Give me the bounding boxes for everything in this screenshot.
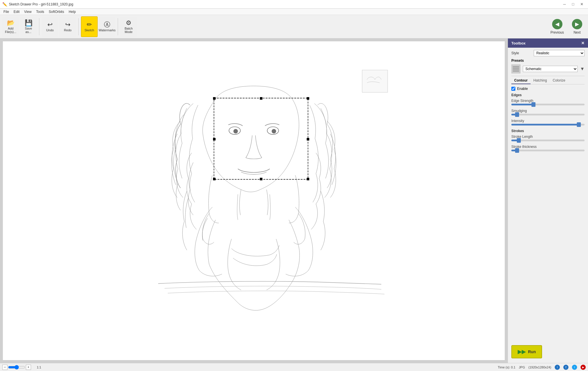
next-button[interactable]: ▶ Next [568,17,586,37]
toolbox-title: Toolbox [511,41,526,45]
time-label: Time (s): 0.1 [498,366,515,369]
tab-hatching[interactable]: Hatching [531,77,550,84]
smudging-label: Smudging [511,109,585,113]
info-button[interactable]: i [555,365,560,370]
strokes-title: Strokes [511,129,585,133]
add-files-label: AddFile(s)... [5,27,16,34]
social-button-1[interactable]: f [563,365,568,370]
stroke-length-thumb[interactable] [517,138,521,143]
sketch-button[interactable]: ✏ Sketch [81,16,98,37]
svg-rect-8 [307,97,309,100]
presets-row: SchematicSoftBoldFine ▼ [511,64,585,74]
titlebar: ✏️ Sketch Drawer Pro - girl-511883_1920.… [0,0,588,9]
batch-mode-button[interactable]: ⚙ BatchMode [120,16,137,37]
maximize-button[interactable]: □ [569,1,577,7]
previous-button[interactable]: ◀ Previous [547,17,567,37]
social-button-3[interactable]: ▶ [581,365,586,370]
svg-point-3 [233,129,238,134]
intensity-thumb[interactable] [577,122,581,127]
presets-select[interactable]: SchematicSoftBoldFine [523,66,578,72]
style-row: Style RealisticCartoonClassicManga [511,50,585,56]
minimize-button[interactable]: ─ [560,1,568,7]
smudging-slider[interactable] [511,114,585,115]
watermarks-label: Watermarks [99,28,116,32]
menu-softorbits[interactable]: SoftOrbits [47,9,66,14]
undo-button[interactable]: ↩ Undo [42,16,58,37]
window-title: Sketch Drawer Pro - girl-511883_1920.jpg [9,2,73,6]
toolbox-close-button[interactable]: ✕ [581,41,585,45]
menu-file[interactable]: File [1,9,11,14]
menu-help[interactable]: Help [66,9,78,14]
save-as-label: Saveas... [25,27,32,34]
style-label: Style [511,51,531,55]
canvas-background [3,41,505,360]
tab-colorize[interactable]: Colorize [550,77,568,84]
run-spacer: ▶▶ Run [508,341,588,363]
zoom-slider[interactable] [8,365,25,370]
zoom-control: ─ + [2,365,31,370]
redo-label: Redo [64,28,71,32]
watermarks-icon: Ⓐ [104,22,110,28]
redo-button[interactable]: ↪ Redo [59,16,76,37]
previous-label: Previous [550,30,564,34]
edge-strength-slider[interactable] [511,104,585,105]
save-as-button[interactable]: 💾 Saveas... [20,16,37,37]
svg-rect-13 [307,178,309,180]
sketch-canvas [3,41,505,360]
toolbox-panel: Toolbox ✕ Style RealisticCartoonClassicM… [508,38,588,363]
save-icon: 💾 [25,20,32,26]
watermarks-button[interactable]: Ⓐ Watermarks [99,16,115,37]
undo-icon: ↩ [47,22,53,28]
main-area: Toolbox ✕ Style RealisticCartoonClassicM… [0,38,588,363]
enable-row: Enable [511,87,585,91]
svg-point-4 [272,129,276,134]
stroke-thickness-label: Stroke thickness [511,145,585,149]
svg-rect-11 [213,178,216,180]
presets-dropdown-icon[interactable]: ▼ [580,66,585,72]
svg-rect-7 [260,97,262,100]
menu-edit[interactable]: Edit [11,9,22,14]
add-files-button[interactable]: 📂 AddFile(s)... [2,16,19,37]
run-button[interactable]: ▶▶ Run [511,345,542,358]
intensity-fill [511,124,579,125]
redo-icon: ↪ [65,22,70,28]
statusbar: ─ + 1:1 Time (s): 0.1 JPG (1920x1280x24)… [0,363,588,371]
add-files-icon: 📂 [7,20,15,26]
zoom-in-button[interactable]: + [26,365,31,370]
sketch-label: Sketch [84,28,94,32]
edge-strength-thumb[interactable] [531,102,535,107]
stroke-length-slider[interactable] [511,140,585,141]
zoom-out-button[interactable]: ─ [2,365,7,370]
tab-contour[interactable]: Contour [511,77,531,84]
canvas-area[interactable] [0,38,508,363]
svg-rect-6 [213,97,216,100]
smudging-container: Smudging [511,109,585,115]
run-icon: ▶▶ [518,349,526,355]
stroke-thickness-thumb[interactable] [515,148,519,153]
svg-rect-14 [362,70,388,92]
next-icon: ▶ [572,19,582,29]
menu-view[interactable]: View [22,9,34,14]
svg-rect-12 [260,178,262,180]
style-select[interactable]: RealisticCartoonClassicManga [534,50,585,56]
batch-mode-icon: ⚙ [126,20,131,26]
social-button-2[interactable]: t [572,365,577,370]
stroke-thickness-slider[interactable] [511,150,585,151]
app-icon: ✏️ [2,2,7,7]
status-right: Time (s): 0.1 JPG (1920x1280x24) i f t ▶ [498,365,586,370]
next-label: Next [574,30,581,34]
smudging-thumb[interactable] [515,112,519,117]
edge-strength-container: Edge Strength [511,99,585,105]
close-button[interactable]: ✕ [578,1,586,7]
intensity-slider[interactable] [511,124,585,125]
svg-rect-10 [307,138,309,140]
toolbar: 📂 AddFile(s)... 💾 Saveas... ↩ Undo ↪ Red… [0,15,588,38]
enable-label: Enable [517,87,528,91]
edge-strength-label: Edge Strength [511,99,585,103]
menu-tools[interactable]: Tools [34,9,47,14]
enable-checkbox[interactable] [511,87,515,91]
sketch-icon: ✏ [87,22,92,28]
style-section: Style RealisticCartoonClassicManga Prese… [508,48,588,157]
zoom-value-label: 1:1 [37,366,41,369]
svg-rect-9 [213,138,216,140]
